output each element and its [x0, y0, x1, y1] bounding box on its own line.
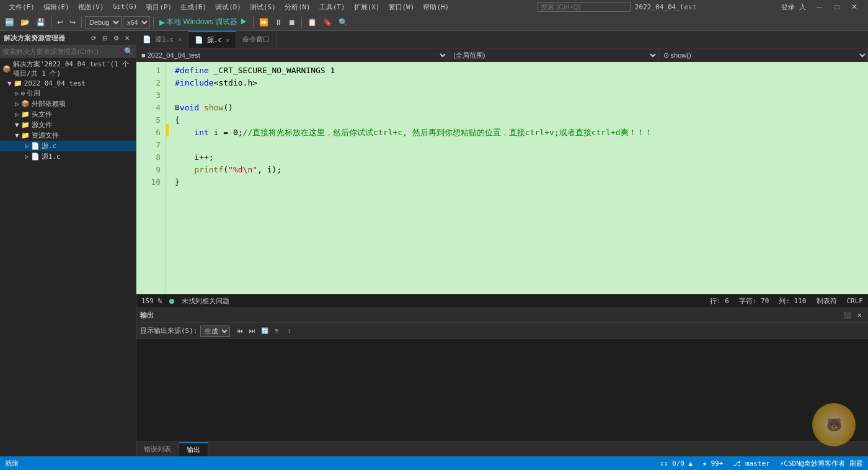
window-buttons[interactable]: ─ □ ✕	[811, 0, 863, 14]
tab-sourcec-label: 源.c	[207, 35, 222, 45]
toolbar-extra2[interactable]: ⏸	[272, 17, 285, 28]
output-btn4[interactable]: ≡	[272, 326, 282, 336]
menu-project[interactable]: 项目(P)	[142, 1, 175, 13]
menu-debug[interactable]: 调试(D)	[211, 1, 245, 13]
tree-project[interactable]: ▼ 📁 2022_04_04_test	[0, 79, 136, 88]
menu-test[interactable]: 测试(S)	[246, 1, 280, 13]
output-float-button[interactable]: ⬛	[842, 311, 852, 321]
tree-resources[interactable]: ▼ 📁 资源文件	[0, 130, 136, 141]
login-text[interactable]: 登录 入	[781, 2, 806, 12]
tab-command-window[interactable]: 命令窗口	[236, 31, 277, 48]
redo-button[interactable]: ↪	[67, 17, 78, 28]
output-panel-buttons[interactable]: ⬛ ✕	[842, 311, 864, 321]
toolbar-extra1[interactable]: ⏩	[257, 17, 271, 28]
tree-sources[interactable]: ▼ 📁 源文件	[0, 120, 136, 130]
sync-button[interactable]: ⟳	[89, 33, 99, 43]
solution-search-bar[interactable]: 🔍	[0, 46, 136, 58]
source-label: 源文件	[32, 120, 52, 130]
function-select[interactable]: ⊙ show()	[658, 48, 868, 62]
menu-tools[interactable]: 工具(T)	[316, 1, 349, 13]
insert-mode: 制表符	[817, 296, 837, 306]
output-source-select[interactable]: 生成	[200, 326, 230, 337]
bottom-tab-bar[interactable]: 错误列表 输出	[136, 441, 868, 456]
tab-bar[interactable]: 📄 源1.c ✕ 📄 源.c ✕ 命令窗口	[136, 31, 868, 48]
file-tree[interactable]: 📦 解决方案'2022_04_04_test'(1 个项目/共 1 个) ▼ 📁…	[0, 58, 136, 456]
save-button[interactable]: 💾	[33, 17, 48, 28]
menu-window[interactable]: 窗口(W)	[385, 1, 418, 13]
new-project-button[interactable]: 🆕	[2, 17, 17, 28]
tab-source1c[interactable]: 📄 源1.c ✕	[136, 31, 188, 48]
indicator-10	[166, 174, 169, 186]
title-bar: 文件(F) 编辑(E) 视图(V) Git(G) 项目(P) 生成(B) 调试(…	[0, 0, 868, 14]
status-dot	[169, 299, 174, 304]
tab-sourcec-close[interactable]: ✕	[226, 37, 229, 43]
source1c-expand-icon: ▷	[25, 153, 29, 161]
properties-button[interactable]: ⚙	[111, 33, 121, 43]
toolbar-extra3[interactable]: ⏹	[286, 17, 298, 28]
source1c-label: 源1.c	[42, 152, 61, 161]
menu-edit[interactable]: 编辑(E)	[40, 1, 73, 13]
tab-sourcec-icon: 📄	[195, 36, 203, 44]
bottom-tab-output[interactable]: 输出	[179, 442, 208, 456]
undo-button[interactable]: ↩	[55, 17, 66, 28]
tree-source1-c[interactable]: ▷ 📄 源1.c	[0, 151, 136, 162]
maximize-button[interactable]: □	[828, 0, 846, 14]
panel-header-buttons[interactable]: ⟳ ⊟ ⚙ ✕	[89, 33, 132, 43]
menu-git[interactable]: Git(G)	[109, 1, 141, 13]
main-area: 解决方案资源管理器 ⟳ ⊟ ⚙ ✕ 🔍 📦 解决方案'2022_04_04_te…	[0, 31, 868, 456]
output-btn5[interactable]: ↕	[285, 326, 294, 336]
menu-view[interactable]: 视图(V)	[74, 1, 108, 13]
close-button[interactable]: ✕	[846, 0, 863, 14]
tree-source-c[interactable]: ▷ 📄 源.c	[0, 141, 136, 151]
tab-source1c-close[interactable]: ✕	[178, 36, 182, 43]
row-indicator: 行: 6	[710, 296, 729, 306]
tree-headers[interactable]: ▷ 📁 头文件	[0, 109, 136, 120]
menu-extensions[interactable]: 扩展(X)	[350, 1, 384, 13]
output-btn2[interactable]: ⏭	[247, 326, 257, 336]
tree-references[interactable]: ▷ ⊙ 引用	[0, 88, 136, 99]
extdep-icon: 📦	[21, 100, 30, 108]
char-indicator: 字符: 70	[739, 296, 769, 306]
toolbar-extra5[interactable]: 🔖	[321, 17, 335, 28]
menu-analyze[interactable]: 分析(N)	[281, 1, 314, 13]
ref-label: 引用	[27, 89, 40, 98]
run-button[interactable]: ▶ 本地 Windows 调试器 ▶	[157, 16, 250, 29]
debug-mode-select[interactable]: Debug	[85, 16, 122, 29]
tree-solution[interactable]: 📦 解决方案'2022_04_04_test'(1 个项目/共 1 个)	[0, 59, 136, 79]
tree-external-deps[interactable]: ▷ 📦 外部依赖项	[0, 99, 136, 109]
watermark: 🐻	[812, 403, 862, 453]
col-indicator: 列: 110	[779, 296, 806, 306]
csdn-status: ⚡CSDN@奇妙博客作者 刷题	[780, 459, 863, 468]
code-editor[interactable]: 1 2 3 4 5 6 7 8 9 10	[136, 62, 868, 294]
indicator-3	[166, 87, 169, 99]
output-btn1[interactable]: ⏮	[235, 326, 245, 336]
close-panel-button[interactable]: ✕	[122, 33, 132, 43]
sourcec-icon: 📄	[31, 142, 40, 150]
zoom-level[interactable]: 159 %	[141, 297, 162, 305]
scope-select[interactable]: (全局范围)	[448, 48, 658, 62]
bottom-tab-errors[interactable]: 错误列表	[136, 442, 179, 456]
menu-bar[interactable]: 文件(F) 编辑(E) 视图(V) Git(G) 项目(P) 生成(B) 调试(…	[5, 1, 453, 13]
code-text[interactable]: #define _CRT_SECURE_NO_WARNINGS 1 #inclu…	[170, 62, 868, 294]
output-close-button[interactable]: ✕	[854, 311, 864, 321]
separator2	[81, 17, 82, 28]
toolbar1: 🆕 📂 💾 ↩ ↪ Debug x64 ▶ 本地 Windows 调试器 ▶ ⏩…	[0, 14, 868, 31]
file-path-select[interactable]: ■ 2022_04_04_test	[136, 48, 448, 62]
open-button[interactable]: 📂	[18, 17, 32, 28]
solution-search-input[interactable]	[2, 48, 124, 55]
menu-build[interactable]: 生成(B)	[177, 1, 210, 13]
source-icon: 📁	[21, 121, 30, 129]
menu-help[interactable]: 帮助(H)	[419, 1, 453, 13]
output-btn3[interactable]: 🔄	[260, 326, 270, 336]
title-search-input[interactable]	[538, 2, 631, 12]
search-icon: 🔍	[124, 47, 133, 56]
platform-select[interactable]: x64	[123, 16, 150, 29]
tab-sourcec[interactable]: 📄 源.c ✕	[188, 31, 236, 48]
toolbar-extra6[interactable]: 🔍	[336, 17, 350, 28]
code-lines[interactable]: #define _CRT_SECURE_NO_WARNINGS 1 #inclu…	[166, 62, 868, 294]
nav-bar: ■ 2022_04_04_test (全局范围) ⊙ show()	[136, 48, 868, 62]
menu-file[interactable]: 文件(F)	[5, 1, 38, 13]
toolbar-extra4[interactable]: 📋	[305, 17, 319, 28]
minimize-button[interactable]: ─	[811, 0, 828, 14]
collapse-button[interactable]: ⊟	[100, 33, 110, 43]
